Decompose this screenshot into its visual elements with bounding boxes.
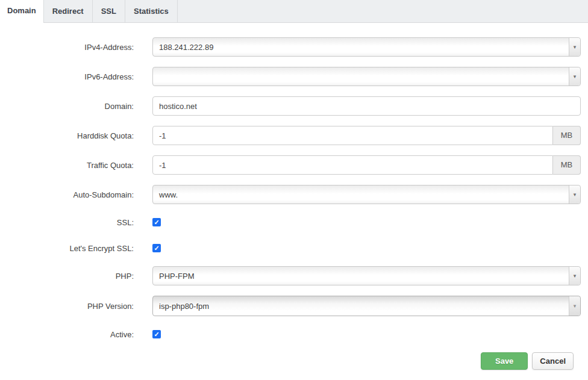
ipv4-address-control: 188.241.222.89 ▾: [152, 37, 581, 57]
ssl-row: SSL: ✓: [0, 214, 581, 230]
ipv6-address-selected-value: [153, 76, 569, 77]
traffic-quota-control: MB: [152, 155, 581, 175]
php-row: PHP: PHP-FPM ▾: [0, 266, 581, 285]
ssl-label: SSL:: [0, 218, 134, 227]
php-version-label: PHP Version:: [0, 302, 134, 311]
tab-list: Domain Redirect SSL Statistics: [0, 0, 588, 23]
mb-unit-addon: MB: [553, 155, 581, 175]
ssl-control: ✓: [152, 218, 581, 226]
php-version-row: PHP Version: isp-php80-fpm ▾: [0, 296, 581, 316]
php-selected-value: PHP-FPM: [153, 272, 569, 281]
ipv4-address-select[interactable]: 188.241.222.89 ▾: [152, 37, 581, 57]
auto-subdomain-select[interactable]: www. ▾: [152, 185, 581, 204]
auto-subdomain-control: www. ▾: [152, 185, 581, 204]
php-control: PHP-FPM ▾: [152, 266, 581, 285]
domain-form: IPv4-Address: 188.241.222.89 ▾ IPv6-Addr…: [0, 23, 588, 370]
chevron-down-icon: ▾: [574, 303, 577, 309]
mb-unit-addon: MB: [553, 126, 581, 145]
traffic-quota-label: Traffic Quota:: [0, 161, 134, 170]
form-actions: Save Cancel: [0, 352, 581, 370]
harddisk-quota-input[interactable]: [152, 126, 553, 145]
domain-row: Domain:: [0, 96, 581, 116]
harddisk-quota-label: Harddisk Quota:: [0, 131, 134, 140]
php-select[interactable]: PHP-FPM ▾: [152, 266, 581, 285]
save-button[interactable]: Save: [481, 352, 528, 370]
domain-settings-page: Domain Redirect SSL Statistics IPv4-Addr…: [0, 0, 588, 380]
chevron-down-icon: ▾: [574, 192, 577, 198]
ipv4-address-label: IPv4-Address:: [0, 43, 134, 52]
ipv4-address-row: IPv4-Address: 188.241.222.89 ▾: [0, 37, 581, 57]
chevron-down-icon: ▾: [574, 273, 577, 279]
ipv6-address-label: IPv6-Address:: [0, 72, 134, 81]
chevron-down-icon: ▾: [574, 73, 577, 79]
traffic-quota-input[interactable]: [152, 155, 553, 175]
select-dropdown-button[interactable]: ▾: [569, 185, 580, 204]
select-dropdown-button[interactable]: ▾: [569, 267, 580, 285]
lets-encrypt-ssl-label: Let's Encrypt SSL:: [0, 244, 134, 253]
domain-control: [152, 96, 581, 116]
php-version-selected-value: isp-php80-fpm: [153, 302, 569, 311]
active-row: Active: ✓: [0, 326, 581, 342]
ipv6-address-select[interactable]: ▾: [152, 67, 581, 86]
select-dropdown-button[interactable]: ▾: [569, 67, 580, 86]
active-label: Active:: [0, 330, 134, 339]
tab-redirect[interactable]: Redirect: [43, 0, 93, 22]
auto-subdomain-row: Auto-Subdomain: www. ▾: [0, 185, 581, 204]
chevron-down-icon: ▾: [574, 44, 577, 50]
active-control: ✓: [152, 330, 581, 338]
harddisk-quota-row: Harddisk Quota: MB: [0, 126, 581, 145]
checkmark-icon: ✓: [154, 330, 159, 338]
tab-domain[interactable]: Domain: [0, 0, 43, 23]
select-dropdown-button[interactable]: ▾: [569, 296, 580, 316]
domain-label: Domain:: [0, 102, 134, 111]
php-version-select[interactable]: isp-php80-fpm ▾: [152, 296, 581, 316]
domain-input[interactable]: [152, 96, 581, 116]
checkmark-icon: ✓: [154, 218, 159, 226]
auto-subdomain-label: Auto-Subdomain:: [0, 190, 134, 199]
ipv6-address-control: ▾: [152, 67, 581, 86]
auto-subdomain-selected-value: www.: [153, 190, 569, 199]
ipv4-address-selected-value: 188.241.222.89: [153, 43, 569, 52]
php-version-control: isp-php80-fpm ▾: [152, 296, 581, 316]
harddisk-quota-control: MB: [152, 126, 581, 145]
traffic-quota-row: Traffic Quota: MB: [0, 155, 581, 175]
checkmark-icon: ✓: [154, 244, 159, 252]
select-dropdown-button[interactable]: ▾: [569, 38, 580, 56]
active-checkbox[interactable]: ✓: [152, 330, 161, 338]
ipv6-address-row: IPv6-Address: ▾: [0, 67, 581, 86]
tab-ssl[interactable]: SSL: [93, 0, 125, 22]
ssl-checkbox[interactable]: ✓: [152, 218, 161, 226]
php-label: PHP:: [0, 272, 134, 281]
lets-encrypt-ssl-checkbox[interactable]: ✓: [152, 244, 161, 252]
tab-bar: Domain Redirect SSL Statistics: [0, 0, 588, 23]
cancel-button[interactable]: Cancel: [532, 352, 574, 370]
lets-encrypt-ssl-row: Let's Encrypt SSL: ✓: [0, 240, 581, 256]
tab-statistics[interactable]: Statistics: [125, 0, 178, 22]
lets-encrypt-ssl-control: ✓: [152, 244, 581, 252]
